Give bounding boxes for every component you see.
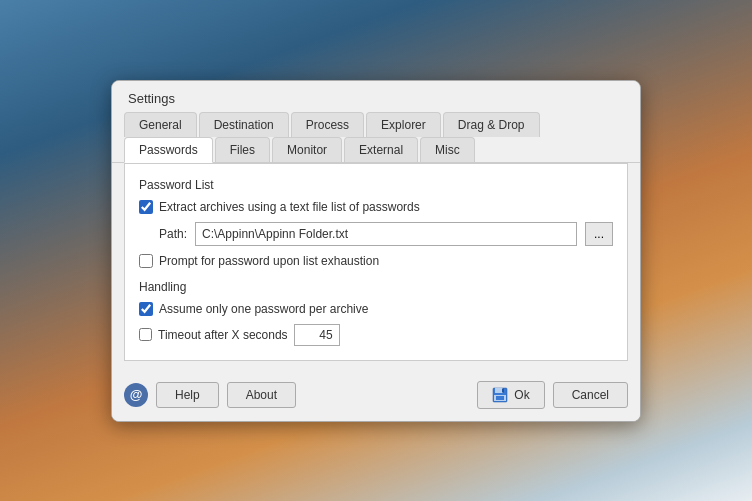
footer-right: Ok Cancel bbox=[477, 381, 628, 409]
tab-misc[interactable]: Misc bbox=[420, 137, 475, 162]
section-divider: Handling bbox=[139, 280, 613, 294]
prompt-checkbox-row: Prompt for password upon list exhaustion bbox=[139, 254, 613, 268]
ok-label: Ok bbox=[514, 388, 529, 402]
tab-monitor[interactable]: Monitor bbox=[272, 137, 342, 162]
ok-button[interactable]: Ok bbox=[477, 381, 544, 409]
tab-general[interactable]: General bbox=[124, 112, 197, 137]
svg-rect-2 bbox=[502, 388, 504, 392]
tab-passwords[interactable]: Passwords bbox=[124, 137, 213, 163]
at-icon[interactable]: @ bbox=[124, 383, 148, 407]
handling-section-label: Handling bbox=[139, 280, 613, 294]
help-button[interactable]: Help bbox=[156, 382, 219, 408]
browse-button[interactable]: ... bbox=[585, 222, 613, 246]
cancel-button[interactable]: Cancel bbox=[553, 382, 628, 408]
assume-checkbox-row: Assume only one password per archive bbox=[139, 302, 613, 316]
password-list-section-label: Password List bbox=[139, 178, 613, 192]
extract-checkbox-row: Extract archives using a text file list … bbox=[139, 200, 613, 214]
tab-external[interactable]: External bbox=[344, 137, 418, 162]
path-row: Path: ... bbox=[139, 222, 613, 246]
tab-process[interactable]: Process bbox=[291, 112, 364, 137]
footer-left: @ Help About bbox=[124, 382, 469, 408]
extract-checkbox-label[interactable]: Extract archives using a text file list … bbox=[159, 200, 420, 214]
svg-rect-1 bbox=[495, 388, 503, 393]
timeout-checkbox-label[interactable]: Timeout after X seconds bbox=[158, 328, 288, 342]
about-button[interactable]: About bbox=[227, 382, 296, 408]
save-icon bbox=[492, 387, 508, 403]
path-input[interactable] bbox=[195, 222, 577, 246]
timeout-input[interactable] bbox=[294, 324, 340, 346]
tabs-row-1: General Destination Process Explorer Dra… bbox=[112, 112, 640, 138]
assume-checkbox-label[interactable]: Assume only one password per archive bbox=[159, 302, 368, 316]
prompt-checkbox-label[interactable]: Prompt for password upon list exhaustion bbox=[159, 254, 379, 268]
timeout-row: Timeout after X seconds bbox=[139, 324, 613, 346]
tabs-row-2: Passwords Files Monitor External Misc bbox=[112, 137, 640, 163]
tab-explorer[interactable]: Explorer bbox=[366, 112, 441, 137]
svg-rect-4 bbox=[496, 396, 504, 400]
path-label: Path: bbox=[159, 227, 187, 241]
extract-checkbox[interactable] bbox=[139, 200, 153, 214]
dialog-footer: @ Help About Ok Cancel bbox=[112, 373, 640, 421]
prompt-checkbox[interactable] bbox=[139, 254, 153, 268]
dialog-title: Settings bbox=[112, 81, 640, 112]
dialog-body: Password List Extract archives using a t… bbox=[124, 163, 628, 361]
tab-files[interactable]: Files bbox=[215, 137, 270, 162]
tab-destination[interactable]: Destination bbox=[199, 112, 289, 137]
assume-checkbox[interactable] bbox=[139, 302, 153, 316]
settings-dialog: Settings General Destination Process Exp… bbox=[111, 80, 641, 422]
timeout-checkbox[interactable] bbox=[139, 328, 152, 341]
tab-drag-drop[interactable]: Drag & Drop bbox=[443, 112, 540, 137]
